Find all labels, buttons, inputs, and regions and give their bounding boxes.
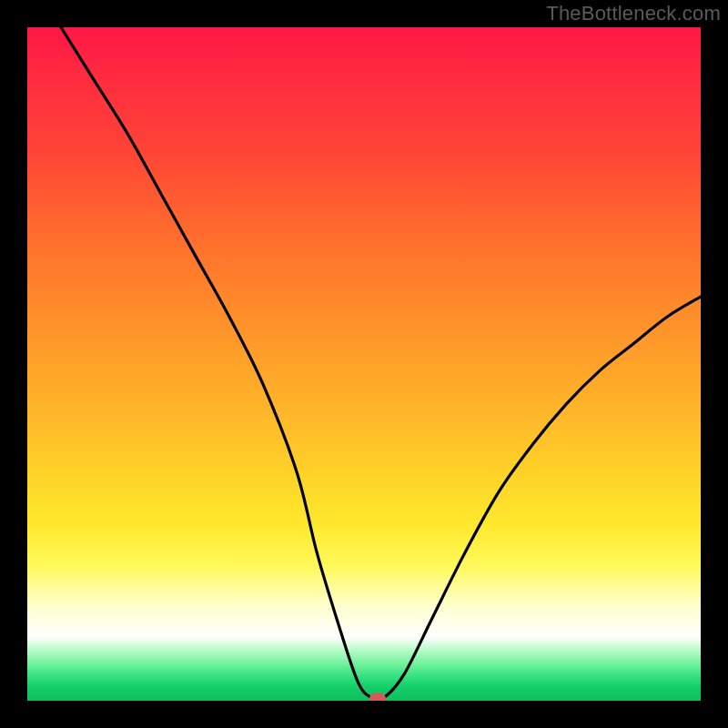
plot-area — [27, 27, 701, 701]
chart-frame: TheBottleneck.com — [0, 0, 728, 728]
bottleneck-curve — [27, 27, 701, 701]
watermark-text: TheBottleneck.com — [546, 2, 721, 25]
optimal-point-marker — [369, 693, 386, 701]
